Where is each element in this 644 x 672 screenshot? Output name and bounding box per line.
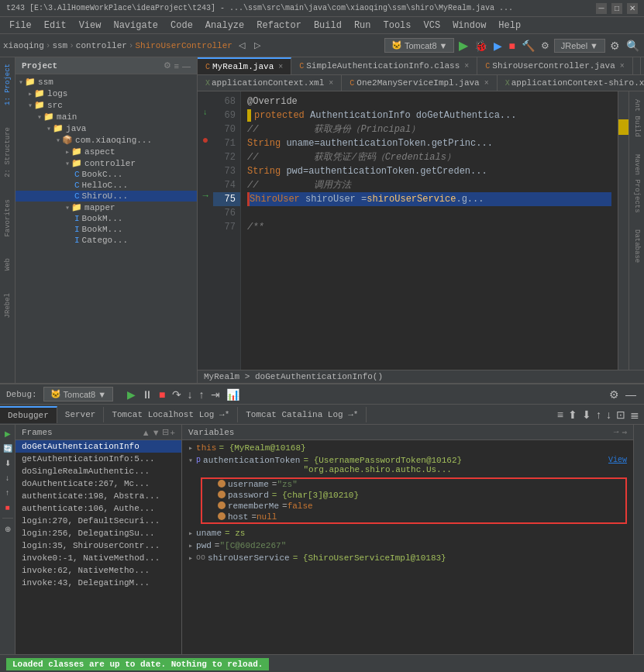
search-button[interactable]: 🔍 [625, 38, 641, 53]
stop-button[interactable]: ■ [507, 38, 516, 53]
tab-control-btn5[interactable]: ↓ [604, 407, 613, 422]
tree-item-main[interactable]: ▾ 📁 main [15, 111, 197, 122]
settings-button[interactable]: ⚙ [608, 38, 622, 53]
expand-uname[interactable]: ▸ [188, 529, 193, 538]
menu-view[interactable]: View [73, 19, 108, 33]
var-uname[interactable]: ▸ uname = zs [182, 527, 633, 539]
tree-item-mapper[interactable]: ▾ 📁 mapper [15, 202, 197, 213]
breakpoint-marker[interactable]: ● [198, 133, 213, 147]
sidebar-maven[interactable]: Maven Projects [633, 150, 641, 218]
menu-refactor[interactable]: Refactor [250, 19, 308, 33]
back-button[interactable]: ◁ [236, 39, 248, 52]
run-to-cursor-button[interactable]: ⇥ [209, 387, 222, 402]
menu-run[interactable]: Run [348, 19, 377, 33]
step-out-btn2[interactable]: ↑ [4, 487, 11, 498]
tab-control-btn7[interactable]: ≣ [629, 407, 641, 422]
close-button[interactable]: ✕ [627, 3, 638, 14]
maximize-button[interactable]: □ [611, 3, 622, 14]
sidebar-item-structure[interactable]: 2: Structure [4, 124, 12, 181]
run-button[interactable]: ▶ [457, 36, 470, 54]
menu-tools[interactable]: Tools [377, 19, 418, 33]
view-link[interactable]: View [608, 456, 627, 464]
tab-shirousercontroller[interactable]: C ShiroUserController.java × [477, 57, 632, 74]
sidebar-ant-build[interactable]: Ant Build [633, 95, 641, 142]
frame-auth198[interactable]: authenticate:198, Abstra... [15, 490, 181, 502]
tree-item-shirou[interactable]: C ShiroU... [15, 191, 197, 202]
var-shiro-service[interactable]: ▸ oo shiroUserService = {ShiroUserServic… [182, 552, 633, 564]
menu-vcs[interactable]: VCS [418, 19, 447, 33]
frame-doauth267[interactable]: doAuthenticate:267, Mc... [15, 477, 181, 490]
menu-code[interactable]: Code [164, 19, 199, 33]
step-over-button[interactable]: ↷ [170, 387, 183, 402]
tree-item-bookm1[interactable]: I BookM... [15, 213, 197, 224]
tab-control-btn1[interactable]: ≡ [556, 407, 565, 422]
coverage-button[interactable]: ▶ [492, 38, 504, 53]
tomcat-selector[interactable]: 🐱 Tomcat8 ▼ [384, 38, 454, 53]
build-button[interactable]: 🔨 [520, 38, 536, 53]
tab-control-btn6[interactable]: ⊡ [615, 407, 627, 422]
sidebar-item-web[interactable]: Web [4, 255, 12, 274]
menu-help[interactable]: Help [492, 19, 527, 33]
expand-authtoken[interactable]: ▾ [188, 456, 193, 465]
menu-file[interactable]: File [3, 19, 38, 33]
frame-dogetauth[interactable]: doGetAuthenticationInfo [15, 440, 181, 453]
frame-auth106[interactable]: authenticate:106, Authe... [15, 502, 181, 515]
frames-filter[interactable]: ⊟ [162, 427, 169, 437]
debug-close-button[interactable]: — [624, 387, 638, 402]
frame-dosingle[interactable]: doSingleRealmAuthentic... [15, 465, 181, 477]
debug-tab-catalina-log[interactable]: Tomcat Catalina Log →* [238, 407, 367, 422]
frame-login270[interactable]: login:270, DefaultSecuri... [15, 515, 181, 527]
tab-close-appctx[interactable]: × [329, 79, 333, 88]
expand-shiro-service[interactable]: ▸ [188, 553, 193, 563]
tree-item-aspect[interactable]: ▸ 📁 aspect [15, 146, 197, 157]
var-rememberme[interactable]: rememberMe = false [202, 501, 625, 512]
step-out-button[interactable]: ↑ [198, 387, 206, 402]
tab-close-myrealm[interactable]: × [278, 63, 283, 71]
frames-add[interactable]: + [170, 427, 175, 437]
sidebar-item-favorites[interactable]: Favorites [4, 196, 12, 240]
tab-close-shirousercontroller[interactable]: × [620, 62, 625, 71]
jrebel-button[interactable]: JRebel ▼ [554, 39, 605, 53]
tab-close-one2many[interactable]: × [484, 79, 489, 88]
tree-item-bookm2[interactable]: I BookM... [15, 224, 197, 235]
resume-button[interactable]: ▶ [126, 387, 137, 402]
var-host[interactable]: host = null [202, 512, 625, 522]
debug-tab-debugger[interactable]: Debugger [0, 406, 57, 423]
stop-debug-button[interactable]: ■ [157, 387, 167, 402]
sidebar-database[interactable]: Database [633, 225, 641, 267]
right-scrollbar[interactable] [618, 91, 629, 370]
frame-login35[interactable]: login:35, ShiroUserContr... [15, 539, 181, 552]
step-into-btn2[interactable]: ↓ [4, 472, 11, 484]
breadcrumb-class[interactable]: ShiroUserController [135, 41, 232, 50]
frames-next[interactable]: ▼ [152, 427, 160, 437]
resume-btn2[interactable]: ▶ [3, 428, 12, 439]
debug-tab-localhost-log[interactable]: Tomcat Localhost Log →* [104, 407, 238, 422]
project-collapse-button[interactable]: ≡ [174, 60, 179, 71]
forward-button[interactable]: ▷ [251, 39, 263, 52]
tab-appctx[interactable]: X applicationContext.xml × [198, 75, 342, 91]
project-settings-button[interactable]: ⚙ [164, 60, 171, 71]
menu-build[interactable]: Build [308, 19, 348, 33]
debug-tab-server[interactable]: Server [57, 407, 105, 422]
pause-button[interactable]: ⏸ [140, 387, 154, 402]
tree-item-controller[interactable]: ▾ 📁 controller [15, 157, 197, 169]
menu-window[interactable]: Window [446, 19, 492, 33]
var-pwd[interactable]: ▸ pwd = "[C@60d2e267" [182, 539, 633, 552]
frames-prev[interactable]: ▲ [142, 427, 150, 437]
var-authtoken[interactable]: ▾ p authenticationToken = {UsernamePassw… [182, 454, 633, 476]
step-over-btn2[interactable]: ⬇ [3, 457, 12, 469]
code-content[interactable]: @Override protected AuthenticationInfo d… [241, 91, 618, 370]
menu-analyze[interactable]: Analyze [199, 19, 250, 33]
step-into-button[interactable]: ↓ [186, 387, 195, 402]
tab-control-btn2[interactable]: ⬆ [567, 407, 579, 422]
tree-item-src[interactable]: ▾ 📁 src [15, 99, 197, 111]
frame-invoke0[interactable]: invoke0:-1, NativeMethod... [15, 552, 181, 564]
tab-close-simpleauth[interactable]: × [464, 62, 469, 71]
tab-simpleauth[interactable]: C SimpleAuthenticationInfo.class × [291, 57, 477, 74]
debug-settings-button[interactable]: ⚙ [608, 387, 621, 402]
tab-control-btn3[interactable]: ⬇ [580, 407, 593, 422]
dbg-btn-reload[interactable]: 🔄 [2, 443, 14, 454]
minimize-button[interactable]: ─ [596, 3, 607, 14]
tree-item-bookc[interactable]: C BookC... [15, 169, 197, 180]
tab-one2many[interactable]: C One2ManyServiceImpl.java × [342, 75, 497, 91]
